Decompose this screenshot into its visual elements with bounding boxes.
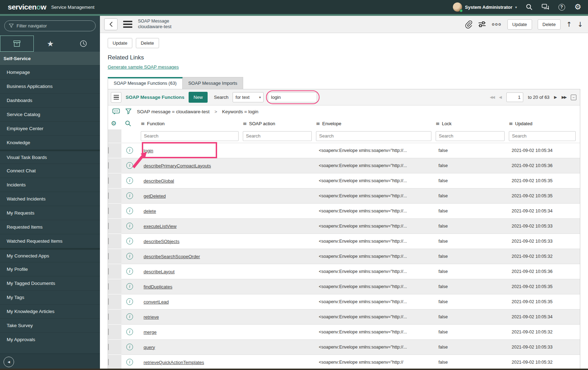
list-personalize-gear-icon[interactable]: ⚙ (111, 120, 116, 127)
function-link[interactable]: describeSObjects (144, 239, 179, 244)
row-checkbox[interactable] (108, 313, 109, 320)
sidebar-section-self-service[interactable]: Self-Service (0, 52, 100, 65)
form-update-button[interactable]: Update (108, 38, 132, 48)
new-button[interactable]: New (189, 92, 208, 103)
function-link[interactable]: describeGlobal (144, 178, 174, 184)
list-context-menu-icon[interactable] (111, 92, 121, 103)
list-search-input[interactable] (268, 92, 317, 102)
header-delete-button[interactable]: Delete (538, 19, 561, 30)
search-type-select[interactable]: for text▾ (233, 92, 264, 102)
row-checkbox[interactable] (108, 147, 109, 154)
function-link[interactable]: convertLead (144, 299, 169, 305)
function-link[interactable]: executeListView (144, 224, 177, 229)
sidebar-item-my-profile[interactable]: My Profile (0, 262, 100, 276)
gear-icon[interactable]: ⚙ (574, 3, 582, 11)
info-icon[interactable]: i (126, 359, 133, 365)
sidebar-item-service-catalog[interactable]: Service Catalog (0, 107, 100, 121)
last-page-icon[interactable]: ▶▶ (562, 95, 566, 100)
sidebar-item-take-survey[interactable]: Take Survey (0, 318, 100, 332)
sidebar-item-business-applications[interactable]: Business Applications (0, 79, 100, 93)
next-page-icon[interactable]: ▶ (554, 95, 557, 100)
previous-record-icon[interactable]: ↑ (566, 20, 572, 28)
form-context-menu-icon[interactable] (123, 21, 132, 28)
info-icon[interactable]: i (126, 253, 133, 260)
sidebar-item-connect-chat[interactable]: Connect Chat (0, 164, 100, 178)
row-checkbox[interactable] (108, 328, 109, 335)
column-search-function[interactable] (141, 131, 239, 141)
info-icon[interactable]: i (126, 344, 133, 350)
sidebar-item-requested-items[interactable]: Requested Items (0, 220, 100, 234)
tab-all-applications[interactable] (0, 36, 34, 52)
info-icon[interactable]: i (126, 238, 133, 244)
tab-history[interactable] (67, 36, 100, 52)
form-delete-button[interactable]: Delete (136, 38, 159, 48)
tab-soap-message-imports[interactable]: SOAP Message Imports (183, 77, 243, 89)
user-menu[interactable]: System Administrator ▾ (453, 2, 517, 12)
info-icon[interactable]: i (126, 313, 133, 320)
info-icon[interactable]: i (126, 268, 133, 275)
row-checkbox[interactable] (108, 223, 109, 229)
info-icon[interactable]: i (126, 177, 133, 184)
sidebar-item-homepage[interactable]: Homepage (0, 65, 100, 79)
sidebar-item-watched-incidents[interactable]: Watched Incidents (0, 192, 100, 206)
info-icon[interactable]: i (126, 223, 133, 229)
row-checkbox[interactable] (108, 192, 109, 199)
info-icon[interactable]: i (126, 328, 133, 335)
filter-navigator[interactable] (4, 20, 96, 31)
page-number-input[interactable] (506, 92, 523, 102)
sidebar-item-my-tagged-documents[interactable]: My Tagged Documents (0, 276, 100, 290)
function-link[interactable]: merge (144, 330, 157, 335)
column-header-envelope[interactable]: ≡Envelope (316, 117, 436, 129)
function-link[interactable]: findDuplicates (144, 284, 172, 289)
tab-favorites[interactable]: ★ (34, 36, 67, 52)
info-icon[interactable]: i (126, 283, 133, 290)
personalize-form-icon[interactable] (478, 21, 486, 28)
sidebar-item-my-knowledge-articles[interactable]: My Knowledge Articles (0, 304, 100, 318)
attachment-icon[interactable] (464, 20, 472, 28)
header-update-button[interactable]: Update (507, 19, 532, 30)
row-checkbox[interactable] (108, 344, 109, 350)
info-icon[interactable]: i (126, 192, 133, 199)
function-link[interactable]: describePrimaryCompactLayouts (144, 163, 211, 168)
help-icon[interactable]: ? (558, 3, 565, 11)
back-button[interactable] (104, 18, 118, 30)
info-icon[interactable]: i (126, 162, 133, 169)
column-search-soap-action[interactable] (243, 131, 312, 141)
function-link[interactable]: login (144, 148, 153, 153)
global-search-icon[interactable] (525, 3, 533, 11)
list-comments-icon[interactable] (112, 108, 120, 115)
row-checkbox[interactable] (108, 359, 109, 365)
column-search-updated[interactable] (509, 131, 576, 141)
column-header-soap-action[interactable]: ≡SOAP action (243, 117, 316, 129)
sidebar-item-my-connected-apps[interactable]: My Connected Apps (0, 248, 100, 262)
row-checkbox[interactable] (108, 283, 109, 290)
row-checkbox[interactable] (108, 253, 109, 260)
generate-sample-soap-messages-link[interactable]: Generate sample SOAP messages (108, 64, 179, 70)
function-link[interactable]: query (144, 345, 155, 350)
column-search-toggle-icon[interactable] (125, 120, 131, 127)
info-icon[interactable]: i (126, 208, 133, 214)
sidebar-item-my-requests[interactable]: My Requests (0, 206, 100, 220)
sidebar-item-knowledge[interactable]: Knowledge (0, 135, 100, 149)
sidebar-item-my-approvals[interactable]: My Approvals (0, 332, 100, 346)
column-search-lock[interactable] (436, 131, 505, 141)
filter-icon[interactable] (125, 108, 132, 115)
row-checkbox[interactable] (108, 208, 109, 214)
function-link[interactable]: describeLayout (144, 269, 175, 274)
column-header-function[interactable]: ≡Function (141, 117, 243, 129)
row-checkbox[interactable] (108, 162, 109, 169)
chat-icon[interactable] (542, 3, 549, 11)
sidebar-item-visual-task-boards[interactable]: Visual Task Boards (0, 149, 100, 164)
more-options-icon[interactable]: ooo (492, 22, 502, 27)
collapse-sidebar-button[interactable]: ◀ (4, 357, 14, 367)
function-link[interactable]: describeSearchScopeOrder (144, 254, 200, 259)
function-link[interactable]: retrieveQuickActionTemplates (144, 360, 204, 365)
sidebar-item-dashboards[interactable]: Dashboards (0, 93, 100, 107)
info-icon[interactable]: i (126, 298, 133, 305)
column-search-envelope[interactable] (316, 131, 431, 141)
tab-soap-message-functions[interactable]: SOAP Message Functions (63) (108, 77, 183, 89)
next-record-icon[interactable]: ↓ (577, 20, 583, 28)
function-link[interactable]: delete (144, 209, 156, 214)
minimize-list-icon[interactable]: − (571, 95, 576, 100)
filter-navigator-input[interactable] (17, 23, 87, 28)
